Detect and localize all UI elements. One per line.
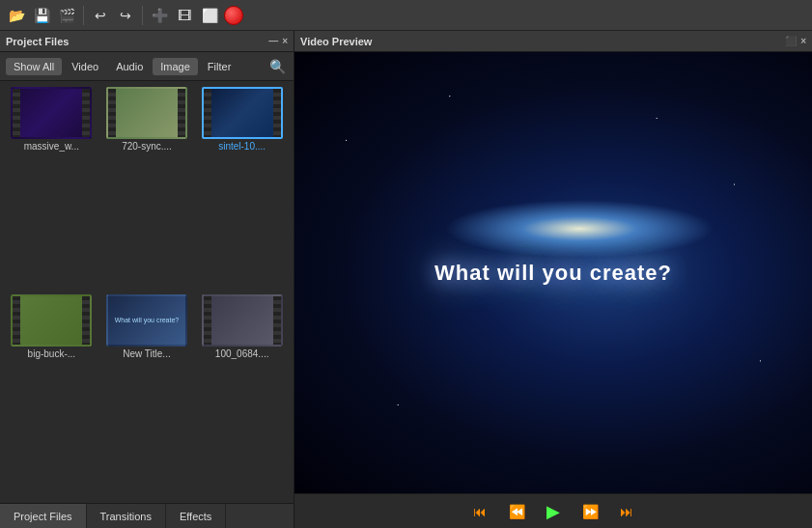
filmstrip-right [82, 296, 90, 345]
redo-icon[interactable]: ↪ [115, 5, 136, 26]
filmstrip-left [204, 89, 211, 137]
preview-area: What will you create? [294, 52, 812, 493]
minimize-icon[interactable]: — [268, 36, 278, 46]
filter-tool-icon[interactable]: 🔍 [266, 56, 288, 77]
project-files-header: Project Files — × [0, 31, 294, 52]
open-icon[interactable]: 📂 [6, 5, 27, 26]
project-files-title: Project Files [6, 36, 69, 47]
filmstrip-left [13, 296, 20, 345]
tab-image[interactable]: Image [153, 58, 198, 75]
thumb-720sync [106, 87, 187, 139]
thumb-massive [11, 87, 92, 139]
file-item-sintel[interactable]: sintel-10.... [196, 87, 288, 291]
file-item-title[interactable]: What will you create? New Title... [101, 294, 193, 498]
left-panel: Project Files — × Show All Video Audio I… [0, 31, 294, 528]
rewind-button[interactable]: ⏪ [503, 498, 530, 525]
add-icon[interactable]: ➕ [149, 5, 170, 26]
file-grid: massive_w... 720-sync.... sintel-10.... [0, 81, 294, 503]
main-layout: Project Files — × Show All Video Audio I… [0, 31, 812, 528]
file-item-film[interactable]: 100_0684.... [196, 294, 288, 498]
tab-video[interactable]: Video [64, 58, 106, 75]
skip-start-button[interactable]: ⏮ [466, 498, 493, 525]
thumb-film [202, 294, 283, 347]
fullscreen-icon[interactable]: ⬜ [199, 5, 220, 26]
split-icon[interactable]: 🎞 [174, 5, 195, 26]
filmstrip-right [82, 89, 90, 137]
tab-filter[interactable]: Filter [200, 58, 238, 75]
undo-icon[interactable]: ↩ [90, 5, 111, 26]
separator-1 [83, 6, 84, 25]
preview-glow [444, 200, 714, 258]
playback-controls: ⏮ ⏪ ▶ ⏩ ⏭ [294, 493, 812, 528]
separator-2 [142, 6, 143, 25]
thumb-title: What will you create? [106, 294, 187, 347]
file-label-sintel: sintel-10.... [218, 141, 266, 152]
record-button[interactable] [224, 6, 243, 25]
file-item-massive[interactable]: massive_w... [6, 87, 98, 291]
file-label-massive: massive_w... [24, 141, 79, 152]
tab-audio[interactable]: Audio [108, 58, 151, 75]
main-toolbar: 📂 💾 🎬 ↩ ↪ ➕ 🎞 ⬜ [0, 0, 812, 31]
btab-project-files[interactable]: Project Files [0, 504, 87, 528]
bottom-tabs: Project Files Transitions Effects [0, 503, 294, 528]
btab-transitions[interactable]: Transitions [87, 504, 166, 528]
filmstrip-right [273, 89, 281, 137]
file-label-720sync: 720-sync.... [122, 141, 172, 152]
filmstrip-left [204, 296, 211, 345]
right-panel: Video Preview ⬛ × What will you create? … [294, 31, 812, 528]
preview-text: What will you create? [434, 261, 672, 286]
export-icon[interactable]: 🎬 [56, 5, 77, 26]
filmstrip-right [178, 89, 185, 137]
close-icon[interactable]: × [282, 36, 288, 46]
btab-effects[interactable]: Effects [166, 504, 226, 528]
file-label-film: 100_0684.... [215, 348, 269, 359]
preview-close-icon[interactable]: × [800, 36, 806, 46]
filmstrip-left [108, 89, 116, 137]
tab-show-all[interactable]: Show All [6, 58, 62, 75]
preview-title: Video Preview [300, 36, 372, 47]
skip-end-button[interactable]: ⏭ [613, 498, 640, 525]
preview-header-icons: ⬛ × [785, 36, 806, 46]
preview-minimize-icon[interactable]: ⬛ [785, 36, 797, 46]
file-label-bigbuck: big-buck-... [28, 348, 75, 359]
play-button[interactable]: ▶ [540, 498, 567, 525]
thumb-sintel [202, 87, 283, 139]
panel-header-icons: — × [268, 36, 288, 46]
thumb-bigbuck [11, 294, 92, 347]
filmstrip-left [13, 89, 20, 137]
file-item-720sync[interactable]: 720-sync.... [101, 87, 193, 291]
save-icon[interactable]: 💾 [31, 5, 52, 26]
file-label-title: New Title... [123, 348, 170, 359]
filter-tabs-bar: Show All Video Audio Image Filter 🔍 [0, 52, 294, 81]
filmstrip-right [273, 296, 281, 345]
file-item-bigbuck[interactable]: big-buck-... [6, 294, 98, 498]
preview-header: Video Preview ⬛ × [294, 31, 812, 52]
fast-forward-button[interactable]: ⏩ [576, 498, 603, 525]
preview-canvas: What will you create? [294, 52, 812, 493]
